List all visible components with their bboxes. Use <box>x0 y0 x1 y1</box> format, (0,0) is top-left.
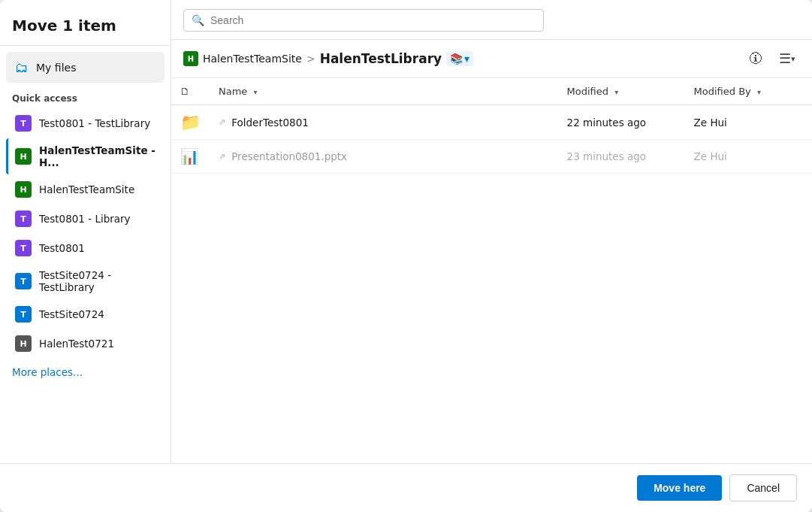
my-files-item[interactable]: 🗂 My files <box>6 52 165 83</box>
more-places-link[interactable]: More places... <box>0 359 171 386</box>
nav-item-label: Test0801 - Library <box>39 213 131 225</box>
col-modified-header[interactable]: Modified ▾ <box>558 78 685 105</box>
nav-avatar: H <box>15 148 32 165</box>
nav-item-label: HalenTest0721 <box>39 338 114 350</box>
dropdown-chevron-icon: ▾ <box>791 54 795 64</box>
sidebar-item-testsite0724[interactable]: T TestSite0724 <box>6 300 165 329</box>
breadcrumb-bar: H HalenTestTeamSite > HalenTestLibrary 📚… <box>171 40 812 78</box>
sidebar-item-test0801[interactable]: T Test0801 <box>6 234 165 262</box>
nav-item-label: Test0801 <box>39 242 85 254</box>
nav-item-label: TestSite0724 <box>39 308 104 320</box>
file-modifiedby-cell: Ze Hui <box>685 140 812 174</box>
breadcrumb-actions: 🛈 ☰ ▾ <box>744 47 800 70</box>
cancel-button[interactable]: Cancel <box>729 474 797 501</box>
right-panel: 🔍 H HalenTestTeamSite > HalenTestLibrary… <box>171 0 812 463</box>
search-icon: 🔍 <box>192 14 204 26</box>
nav-item-label: HalenTestTeamSite <box>39 183 134 195</box>
col-icon: 🗋 <box>171 78 210 105</box>
my-files-label: My files <box>36 62 76 74</box>
file-type-icon: 🗋 <box>180 86 190 97</box>
sidebar-item-test0801-library[interactable]: T Test0801 - Library <box>6 204 165 233</box>
search-input-wrapper: 🔍 <box>183 9 544 32</box>
nav-avatar: T <box>15 115 32 132</box>
dialog-body: Move 1 item 🗂 My files Quick access T Te… <box>0 0 812 463</box>
nav-items-list: T Test0801 - TestLibrary H HalenTestTeam… <box>0 108 171 359</box>
search-bar: 🔍 <box>171 0 812 40</box>
library-book-icon: 📚 <box>450 53 463 65</box>
folder-icon: 📁 <box>180 113 201 132</box>
file-table-area: 🗋 Name ▾ Modified ▾ Modified <box>171 78 812 463</box>
modified-sort-icon: ▾ <box>614 88 618 96</box>
nav-avatar: T <box>15 273 32 289</box>
table-row[interactable]: 📁 ⇗ FolderTest0801 22 minutes ago Ze Hui <box>171 105 812 140</box>
file-name-cell: ⇗ Presentation0801.pptx <box>210 140 558 174</box>
menu-icon: ☰ <box>779 50 791 67</box>
nav-avatar: H <box>15 181 32 198</box>
move-item-dialog: Move 1 item 🗂 My files Quick access T Te… <box>0 0 812 512</box>
table-row[interactable]: 📊 ⇗ Presentation0801.pptx 23 minutes ago… <box>171 140 812 174</box>
breadcrumb-site[interactable]: H HalenTestTeamSite <box>183 51 302 66</box>
file-table-header: 🗋 Name ▾ Modified ▾ Modified <box>171 78 812 105</box>
pptx-icon: 📊 <box>180 147 199 165</box>
view-options-button[interactable]: ☰ ▾ <box>774 47 800 70</box>
site-avatar: H <box>183 51 198 66</box>
file-modifiedby-cell: Ze Hui <box>685 105 812 140</box>
my-files-folder-icon: 🗂 <box>15 59 29 75</box>
nav-item-label: HalenTestTeamSite - H... <box>39 144 155 168</box>
nav-avatar: H <box>15 335 32 352</box>
info-icon: 🛈 <box>749 51 762 67</box>
nav-avatar: T <box>15 306 32 323</box>
left-panel: Move 1 item 🗂 My files Quick access T Te… <box>0 0 171 463</box>
file-name-text: Presentation0801.pptx <box>231 150 347 162</box>
sidebar-item-test0801-testlibrary[interactable]: T Test0801 - TestLibrary <box>6 109 165 138</box>
breadcrumb-separator: > <box>306 53 315 65</box>
modified-col-label: Modified <box>567 86 608 97</box>
file-name-cell: ⇗ FolderTest0801 <box>210 105 558 140</box>
library-icon-button[interactable]: 📚 ▾ <box>446 51 473 66</box>
file-modified-cell: 22 minutes ago <box>558 105 685 140</box>
name-col-label: Name <box>219 86 247 97</box>
breadcrumb-dropdown-icon: ▾ <box>464 53 469 65</box>
nav-avatar: T <box>15 211 32 227</box>
move-here-button[interactable]: Move here <box>637 475 722 501</box>
col-name-header[interactable]: Name ▾ <box>210 78 558 105</box>
pin-icon: ⇗ <box>219 117 225 127</box>
modified-by-sort-icon: ▾ <box>757 88 761 96</box>
file-type-cell: 📊 <box>171 140 210 174</box>
breadcrumb-current-label: HalenTestLibrary <box>320 51 442 66</box>
pin-icon: ⇗ <box>219 152 225 162</box>
file-table-body: 📁 ⇗ FolderTest0801 22 minutes ago Ze Hui… <box>171 105 812 174</box>
modified-by-col-label: Modified By <box>694 86 751 97</box>
file-type-cell: 📁 <box>171 105 210 140</box>
info-button[interactable]: 🛈 <box>744 48 767 70</box>
sidebar-item-halentestteamsite-h[interactable]: H HalenTestTeamSite - H... <box>6 138 165 174</box>
sidebar-item-halentestteamsite[interactable]: H HalenTestTeamSite <box>6 175 165 204</box>
sidebar-item-halentest0721[interactable]: H HalenTest0721 <box>6 329 165 358</box>
breadcrumb-site-label: HalenTestTeamSite <box>203 53 302 65</box>
dialog-footer: Move here Cancel <box>0 463 812 512</box>
name-sort-icon: ▾ <box>254 88 258 96</box>
col-modifiedby-header[interactable]: Modified By ▾ <box>685 78 812 105</box>
search-input[interactable] <box>210 14 536 26</box>
nav-item-label: Test0801 - TestLibrary <box>39 117 150 129</box>
file-name-text: FolderTest0801 <box>231 117 309 129</box>
nav-item-label: TestSite0724 - TestLibrary <box>39 269 155 293</box>
file-table: 🗋 Name ▾ Modified ▾ Modified <box>171 78 812 174</box>
sidebar-item-testsite0724-testlibrary[interactable]: T TestSite0724 - TestLibrary <box>6 263 165 299</box>
file-modified-cell: 23 minutes ago <box>558 140 685 174</box>
dialog-title: Move 1 item <box>0 0 171 46</box>
quick-access-label: Quick access <box>0 86 171 108</box>
nav-avatar: T <box>15 240 32 256</box>
